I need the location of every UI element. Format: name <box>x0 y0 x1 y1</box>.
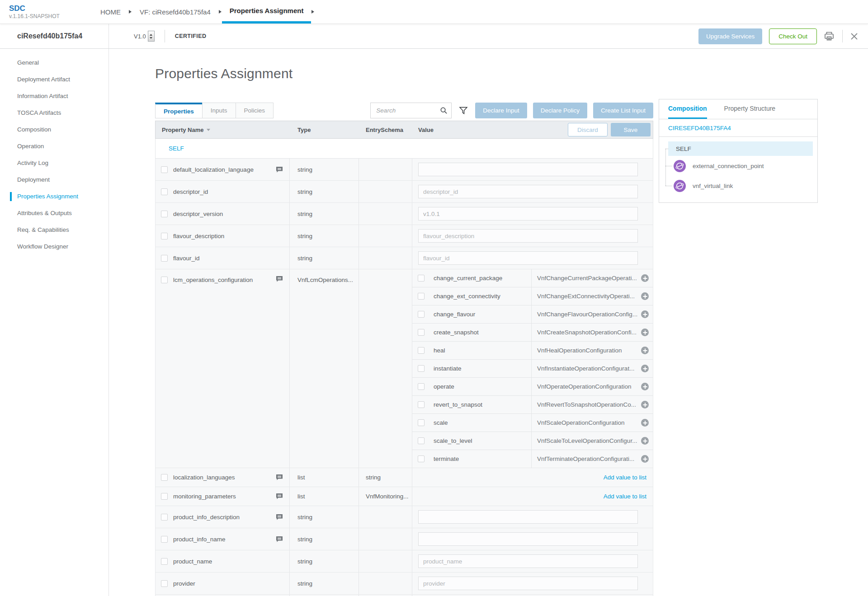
comment-icon[interactable] <box>276 493 283 500</box>
nested-row-checkbox[interactable] <box>418 347 425 354</box>
nested-row-checkbox[interactable] <box>418 419 425 426</box>
nested-row: change_flavour VnfChangeFlavourOperation… <box>412 305 653 324</box>
tab[interactable]: Properties <box>155 103 203 118</box>
value-input[interactable] <box>418 229 638 243</box>
breadcrumb-item[interactable]: Properties Assignment <box>222 0 311 23</box>
comment-icon[interactable] <box>276 166 283 173</box>
expand-plus-icon[interactable] <box>641 401 649 408</box>
value-input[interactable] <box>418 251 638 265</box>
breadcrumb-item[interactable]: VF: ciResefd40b175fa4 <box>132 0 218 23</box>
print-icon[interactable] <box>824 31 835 42</box>
row-checkbox[interactable] <box>161 514 168 521</box>
expand-plus-icon[interactable] <box>641 310 649 318</box>
tree-item-label: SELF <box>676 145 691 152</box>
version-dropdown-icon[interactable] <box>148 31 155 42</box>
comment-icon[interactable] <box>276 536 283 543</box>
value-input[interactable] <box>418 554 638 568</box>
value-input[interactable] <box>418 510 638 524</box>
sidebar-item[interactable]: TOSCA Artifacts <box>0 104 108 121</box>
sidebar-item[interactable]: Information Artifact <box>0 88 108 104</box>
value-input[interactable] <box>418 207 638 221</box>
nested-row-checkbox[interactable] <box>418 275 425 282</box>
sidebar-item-label: Activity Log <box>17 160 48 166</box>
sidebar-item[interactable]: Composition <box>0 121 108 138</box>
sidebar-item[interactable]: Deployment <box>0 171 108 188</box>
row-checkbox[interactable] <box>161 474 168 481</box>
value-input[interactable] <box>418 532 638 546</box>
filter-icon[interactable] <box>459 106 468 115</box>
expand-plus-icon[interactable] <box>641 383 649 390</box>
sidebar-item[interactable]: Activity Log <box>0 155 108 171</box>
row-checkbox[interactable] <box>161 233 168 239</box>
nested-row-checkbox[interactable] <box>418 383 425 390</box>
panel-tab[interactable]: Property Structure <box>724 99 776 119</box>
expand-plus-icon[interactable] <box>641 455 649 463</box>
comment-icon[interactable] <box>276 514 283 521</box>
row-checkbox[interactable] <box>161 277 168 283</box>
tab-label: Properties <box>164 108 194 115</box>
expand-plus-icon[interactable] <box>641 419 649 427</box>
row-checkbox[interactable] <box>161 536 168 543</box>
nested-row-checkbox[interactable] <box>418 365 425 372</box>
create-list-input-button[interactable]: Create List Input <box>593 103 653 118</box>
expand-plus-icon[interactable] <box>641 365 649 372</box>
nested-property-name: change_current_package <box>434 275 502 282</box>
sidebar-item[interactable]: Attributes & Outputs <box>0 205 108 221</box>
tab[interactable]: Policies <box>236 103 274 118</box>
value-input[interactable] <box>418 163 638 176</box>
version-selector[interactable]: V1.0 <box>134 24 155 48</box>
close-icon[interactable] <box>850 33 858 40</box>
version-label: V1.0 <box>134 33 146 40</box>
component-name-link[interactable]: CIRESEFD40B175FA4 <box>659 119 817 137</box>
comment-icon[interactable] <box>276 276 283 282</box>
virtual-link-icon <box>674 180 686 192</box>
tab[interactable]: Inputs <box>202 103 236 118</box>
declare-input-button[interactable]: Declare Input <box>475 103 527 118</box>
save-button[interactable]: Save <box>611 123 651 136</box>
add-value-to-list-link[interactable]: Add value to list <box>604 493 646 500</box>
expand-plus-icon[interactable] <box>641 274 649 282</box>
nested-row-checkbox[interactable] <box>418 293 425 300</box>
nested-row-checkbox[interactable] <box>418 401 425 408</box>
row-checkbox[interactable] <box>161 580 168 587</box>
nested-row-checkbox[interactable] <box>418 455 425 462</box>
row-checkbox[interactable] <box>161 211 168 217</box>
upgrade-services-button[interactable]: Upgrade Services <box>698 28 762 44</box>
expand-plus-icon[interactable] <box>641 329 649 336</box>
tree-item[interactable]: external_connection_point <box>659 156 817 176</box>
add-value-to-list-link[interactable]: Add value to list <box>604 474 646 481</box>
nested-row-checkbox[interactable] <box>418 329 425 336</box>
row-checkbox[interactable] <box>161 188 168 195</box>
declare-policy-button[interactable]: Declare Policy <box>533 103 587 118</box>
tree-item-self[interactable]: SELF <box>668 141 813 156</box>
row-checkbox[interactable] <box>161 558 168 565</box>
expand-plus-icon[interactable] <box>641 292 649 300</box>
sidebar-item[interactable]: Properties Assignment <box>0 188 108 205</box>
sidebar-item[interactable]: Req. & Capabilities <box>0 221 108 238</box>
discard-button[interactable]: Discard <box>568 123 608 136</box>
comment-icon[interactable] <box>276 474 283 481</box>
sidebar-item[interactable]: Deployment Artifact <box>0 71 108 88</box>
column-property-name[interactable]: Property Name <box>156 121 290 138</box>
row-checkbox[interactable] <box>161 255 168 262</box>
expand-plus-icon[interactable] <box>641 437 649 445</box>
check-out-button[interactable]: Check Out <box>769 28 817 44</box>
row-checkbox[interactable] <box>161 166 168 173</box>
value-input[interactable] <box>418 577 638 590</box>
entry-schema-cell <box>359 506 412 528</box>
sidebar-item[interactable]: Operation <box>0 138 108 155</box>
sdc-logo[interactable]: SDC v.1.16.1-SNAPSHOT <box>9 0 93 23</box>
search-input[interactable] <box>370 103 452 118</box>
nested-row-checkbox[interactable] <box>418 437 425 444</box>
breadcrumb-item[interactable]: HOME <box>93 0 128 23</box>
nested-row-checkbox[interactable] <box>418 311 425 318</box>
panel-tab[interactable]: Composition <box>668 99 707 119</box>
tree-item[interactable]: vnf_virtual_link <box>659 176 817 196</box>
value-input[interactable] <box>418 185 638 198</box>
row-checkbox[interactable] <box>161 493 168 500</box>
expand-plus-icon[interactable] <box>641 347 649 354</box>
property-type: string <box>297 188 312 195</box>
sidebar-item[interactable]: Workflow Designer <box>0 238 108 255</box>
nested-name-cell: change_current_package <box>412 269 532 287</box>
sidebar-item[interactable]: General <box>0 54 108 71</box>
